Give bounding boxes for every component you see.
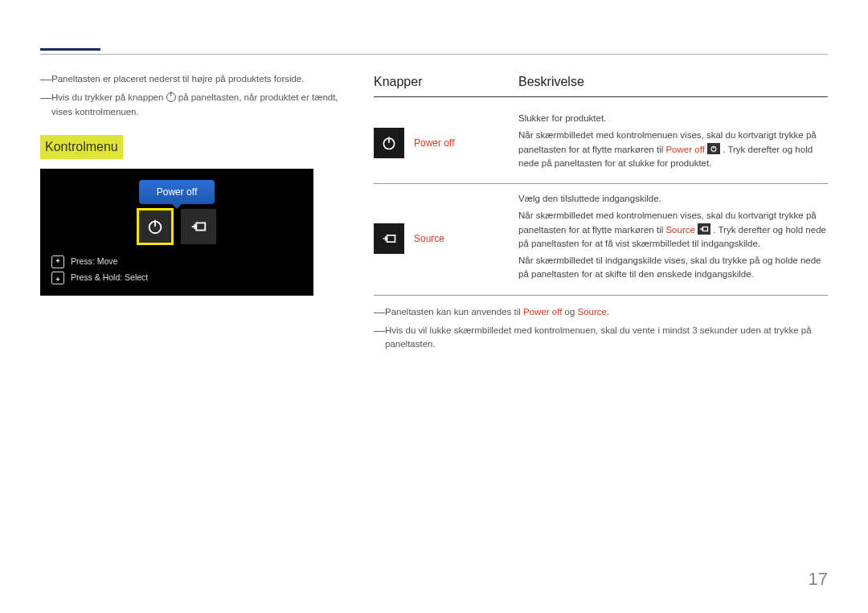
source-icon bbox=[190, 218, 207, 235]
description-line: Når skærmbilledet med kontrolmenuen vise… bbox=[518, 209, 828, 251]
source-button-box bbox=[374, 223, 404, 254]
footer-notes: Paneltasten kan kun anvendes til Power o… bbox=[374, 305, 828, 352]
control-menu-icons bbox=[51, 209, 302, 244]
button-hold-icon bbox=[51, 272, 64, 284]
note-line: Paneltasten er placeret nederst til højr… bbox=[40, 72, 342, 86]
table-row: Source Vælg den tilsluttede indgangskild… bbox=[374, 184, 828, 296]
button-press-icon bbox=[51, 255, 64, 268]
description-line: Vælg den tilsluttede indgangskilde. bbox=[518, 192, 828, 206]
hint-text: Press: Move bbox=[71, 255, 117, 268]
header-rule bbox=[40, 54, 828, 55]
description-cell: Vælg den tilsluttede indgangskilde. Når … bbox=[518, 192, 828, 285]
description-line: Slukker for produktet. bbox=[518, 112, 828, 125]
note-line: Hvis du vil lukke skærmbilledet med kont… bbox=[374, 324, 828, 352]
svg-rect-7 bbox=[387, 235, 395, 242]
note-text: Hvis du vil lukke skærmbilledet med kont… bbox=[385, 324, 828, 352]
note-part: og bbox=[562, 307, 577, 317]
description-line: Når skærmbilledet med kontrolmenuen vise… bbox=[518, 129, 828, 170]
tooltip-power-off: Power off bbox=[139, 180, 215, 204]
note-line: Hvis du trykker på knappen på paneltaste… bbox=[40, 91, 342, 119]
column-header-knapper: Knapper bbox=[374, 72, 518, 92]
power-off-button bbox=[137, 209, 173, 244]
power-icon-inline bbox=[707, 143, 720, 154]
power-icon bbox=[166, 92, 176, 102]
source-icon-inline bbox=[698, 223, 710, 235]
svg-rect-2 bbox=[196, 223, 205, 230]
hint-text: Press & Hold: Select bbox=[71, 272, 148, 284]
description-line: Når skærmbilledet til indgangskilde vise… bbox=[518, 254, 828, 282]
note-line: Paneltasten kan kun anvendes til Power o… bbox=[374, 305, 828, 319]
button-cell: Power off bbox=[374, 112, 518, 174]
power-icon bbox=[381, 135, 397, 151]
dash-icon bbox=[40, 92, 51, 120]
note-text-part: Hvis du trykker på knappen bbox=[51, 92, 166, 102]
dash-icon bbox=[374, 325, 385, 353]
section-title-kontrolmenu: Kontrolmenu bbox=[40, 135, 123, 159]
svg-rect-8 bbox=[703, 227, 708, 231]
power-off-button-box bbox=[374, 128, 404, 158]
table-header: Knapper Beskrivelse bbox=[374, 72, 828, 97]
column-header-beskrivelse: Beskrivelse bbox=[518, 72, 584, 92]
note-text: Paneltasten kan kun anvendes til Power o… bbox=[385, 305, 828, 319]
highlight-source: Source bbox=[665, 225, 694, 235]
header-accent-bar bbox=[40, 48, 100, 51]
note-part: Paneltasten kan kun anvendes til bbox=[385, 307, 523, 317]
hint-press-hold-select: Press & Hold: Select bbox=[51, 272, 302, 284]
button-cell: Source bbox=[374, 192, 518, 285]
left-column: Paneltasten er placeret nederst til højr… bbox=[40, 72, 342, 356]
right-column: Knapper Beskrivelse Power off Slukker fo… bbox=[374, 72, 828, 356]
power-icon bbox=[146, 218, 164, 235]
dash-icon bbox=[374, 306, 385, 320]
hint-press-move: Press: Move bbox=[51, 255, 302, 268]
note-text: Hvis du trykker på knappen på paneltaste… bbox=[51, 91, 342, 119]
source-button bbox=[181, 209, 216, 244]
dash-icon bbox=[40, 73, 51, 87]
source-icon bbox=[381, 231, 397, 247]
button-label-source: Source bbox=[414, 231, 444, 246]
table-row: Power off Slukker for produktet. Når skæ… bbox=[374, 104, 828, 184]
highlight-power-off: Power off bbox=[523, 307, 562, 317]
note-text: Paneltasten er placeret nederst til højr… bbox=[51, 72, 342, 86]
note-part: . bbox=[607, 307, 609, 317]
button-label-power-off: Power off bbox=[414, 136, 454, 150]
highlight-source: Source bbox=[578, 307, 607, 317]
page-content: Paneltasten er placeret nederst til højr… bbox=[40, 72, 828, 356]
highlight-power-off: Power off bbox=[665, 145, 704, 154]
description-cell: Slukker for produktet. Når skærmbilledet… bbox=[518, 112, 828, 174]
page-number: 17 bbox=[809, 566, 828, 592]
control-menu-illustration: Power off bbox=[40, 169, 313, 296]
